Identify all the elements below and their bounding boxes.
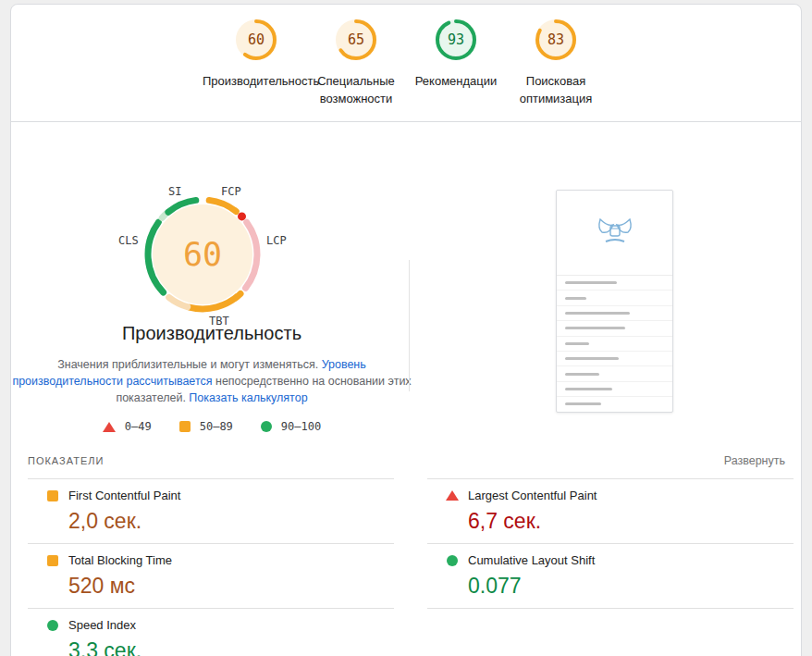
good-circle-icon xyxy=(46,620,59,631)
metrics-section-title: ПОКАЗАТЕЛИ xyxy=(28,455,104,466)
category-seo[interactable]: 83 Поисковая оптимизация xyxy=(506,18,606,107)
legend-fail: 0–49 xyxy=(103,420,152,433)
good-circle-icon xyxy=(446,555,459,566)
average-square-icon xyxy=(46,490,59,501)
legend-good: 90–100 xyxy=(261,420,321,433)
thumbnail-menu-row xyxy=(557,382,672,397)
performance-score: 60 xyxy=(234,18,278,62)
thumbnail-menu-row xyxy=(557,337,672,352)
accessibility-score: 65 xyxy=(334,18,378,62)
performance-description: Значения приблизительные и могут изменят… xyxy=(11,356,412,406)
metric-name: Cumulative Layout Shift xyxy=(468,553,595,567)
metric-value: 2,0 сек. xyxy=(68,509,394,534)
metric-name: Speed Index xyxy=(68,618,136,632)
thumbnail-menu-row xyxy=(557,397,672,412)
metric-largest-contentful-paint: Largest Contentful Paint 6,7 сек. xyxy=(427,479,794,544)
metric-cumulative-layout-shift: Cumulative Layout Shift 0.077 xyxy=(427,544,794,609)
metric-name: Total Blocking Time xyxy=(68,553,172,567)
metric-value: 3,3 сек. xyxy=(68,638,394,656)
average-square-icon xyxy=(46,555,59,566)
column-divider xyxy=(409,260,410,391)
thumbnail-menu-row xyxy=(557,276,672,291)
best-practices-score: 93 xyxy=(434,18,478,62)
thumbnail-menu-row xyxy=(557,352,672,366)
accessibility-score-gauge: 65 xyxy=(334,18,378,62)
average-square-icon xyxy=(179,421,191,432)
category-performance[interactable]: 60 Производительность xyxy=(206,18,306,90)
ring-label-lcp: LCP xyxy=(266,234,287,247)
score-legend: 0–49 50–89 90–100 xyxy=(11,420,412,433)
metrics-header: ПОКАЗАТЕЛИ Развернуть xyxy=(28,454,785,467)
metric-name: Largest Contentful Paint xyxy=(468,489,597,502)
category-summary-row: 60 Производительность 65 Специальные воз… xyxy=(11,5,801,122)
thumbnail-hero xyxy=(557,191,672,276)
seo-category-label: Поисковая оптимизация xyxy=(502,72,609,107)
metrics-grid: First Contentful Paint 2,0 сек. Total Bl… xyxy=(28,478,794,656)
legend-good-range: 90–100 xyxy=(281,420,321,433)
metrics-left-column: First Contentful Paint 2,0 сек. Total Bl… xyxy=(28,478,394,656)
performance-ring-gauge: 60 SI FCP LCP TBT CLS xyxy=(133,185,272,324)
thumbnail-menu-row xyxy=(557,306,672,321)
site-logo-icon xyxy=(595,216,635,251)
category-accessibility[interactable]: 65 Специальные возможности xyxy=(306,18,406,107)
description-text-1: Значения приблизительные и могут изменят… xyxy=(57,358,321,371)
ring-label-cls: CLS xyxy=(118,234,139,247)
metric-value: 520 мс xyxy=(68,574,394,599)
expand-metrics-link[interactable]: Развернуть xyxy=(724,454,785,467)
good-circle-icon xyxy=(261,421,272,432)
metric-value: 0.077 xyxy=(468,574,794,599)
page-screenshot-thumbnail[interactable] xyxy=(556,190,673,413)
thumbnail-menu-row xyxy=(557,291,672,305)
legend-average: 50–89 xyxy=(179,420,233,433)
ring-label-fcp: FCP xyxy=(221,185,241,198)
metric-first-contentful-paint: First Contentful Paint 2,0 сек. xyxy=(28,479,394,544)
legend-average-range: 50–89 xyxy=(200,420,233,433)
performance-ring-score: 60 xyxy=(133,185,272,324)
thumbnail-menu-row xyxy=(557,321,672,336)
performance-section-title: Производительность xyxy=(11,323,412,344)
best-practices-category-label: Рекомендации xyxy=(402,72,510,90)
legend-fail-range: 0–49 xyxy=(125,420,152,433)
fail-triangle-icon xyxy=(446,490,459,501)
metric-name: First Contentful Paint xyxy=(68,489,180,502)
performance-category-label: Производительность xyxy=(203,72,310,90)
fail-triangle-icon xyxy=(103,422,116,432)
report-card: 60 Производительность 65 Специальные воз… xyxy=(10,4,802,656)
thumbnail-menu-list xyxy=(557,276,672,413)
ring-label-si: SI xyxy=(168,185,181,198)
seo-score-gauge: 83 xyxy=(534,18,578,62)
performance-score-gauge: 60 xyxy=(234,18,278,62)
calculator-link[interactable]: Показать калькулятор xyxy=(189,391,307,404)
category-best-practices[interactable]: 93 Рекомендации xyxy=(406,18,506,90)
best-practices-score-gauge: 93 xyxy=(434,18,478,62)
metrics-right-column: Largest Contentful Paint 6,7 сек. Cumula… xyxy=(427,478,794,656)
metric-speed-index: Speed Index 3,3 сек. xyxy=(28,609,394,656)
accessibility-category-label: Специальные возможности xyxy=(302,72,410,107)
metric-value: 6,7 сек. xyxy=(468,509,794,534)
seo-score: 83 xyxy=(534,18,578,62)
thumbnail-menu-row xyxy=(557,366,672,381)
metric-total-blocking-time: Total Blocking Time 520 мс xyxy=(28,544,394,609)
